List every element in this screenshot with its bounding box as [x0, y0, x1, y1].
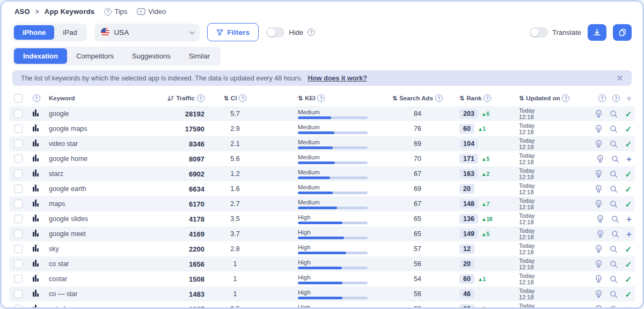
- keyword-added-check-icon[interactable]: ✓: [625, 185, 632, 193]
- search-ads-help-icon[interactable]: ?: [435, 94, 443, 102]
- row-checkbox[interactable]: [14, 305, 23, 309]
- row-checkbox[interactable]: [14, 139, 23, 148]
- keyword-label[interactable]: astrology: [49, 305, 152, 309]
- keyword-added-check-icon[interactable]: ✓: [625, 290, 632, 298]
- keyword-chart-icon[interactable]: [33, 245, 39, 252]
- keyword-label[interactable]: sky: [49, 245, 152, 253]
- keyword-chart-icon[interactable]: [33, 275, 39, 282]
- keyword-label[interactable]: google meet: [49, 230, 152, 238]
- search-icon[interactable]: [610, 125, 618, 133]
- row-checkbox[interactable]: [14, 275, 23, 283]
- download-button[interactable]: [588, 24, 606, 41]
- translate-toggle[interactable]: [530, 27, 548, 38]
- row-checkbox[interactable]: [14, 124, 23, 133]
- search-icon[interactable]: [610, 290, 618, 298]
- bulb-icon[interactable]: [595, 124, 603, 133]
- col-traffic[interactable]: Traffic?: [152, 94, 206, 102]
- tab-indexation[interactable]: Indexation: [14, 48, 67, 64]
- keyword-chart-icon[interactable]: [33, 230, 39, 237]
- row-checkbox[interactable]: [14, 260, 23, 268]
- col-updated-on[interactable]: ⇅Updated on?: [506, 94, 573, 102]
- keyword-chart-icon[interactable]: [33, 154, 39, 161]
- col-ci[interactable]: ⇅CI?: [206, 94, 265, 102]
- copy-button[interactable]: [613, 24, 632, 41]
- keyword-help-icon[interactable]: ?: [33, 94, 40, 102]
- keyword-label[interactable]: google earth: [49, 185, 152, 193]
- search-icon[interactable]: [610, 200, 618, 208]
- row-checkbox[interactable]: [14, 230, 23, 238]
- row-checkbox[interactable]: [14, 109, 23, 118]
- keyword-label[interactable]: co star: [49, 260, 152, 268]
- banner-close-icon[interactable]: ✕: [616, 74, 623, 82]
- keyword-chart-icon[interactable]: [33, 290, 39, 297]
- keyword-chart-icon[interactable]: [33, 215, 39, 222]
- keyword-added-check-icon[interactable]: ✓: [625, 275, 632, 283]
- keyword-label[interactable]: google: [49, 110, 152, 117]
- keyword-added-check-icon[interactable]: ✓: [625, 125, 632, 133]
- bulb-icon[interactable]: [595, 170, 603, 178]
- bulb-icon[interactable]: [596, 215, 604, 223]
- search-icon[interactable]: [610, 185, 618, 193]
- tab-suggestions[interactable]: Suggestions: [123, 48, 180, 64]
- bulb-icon[interactable]: [595, 260, 603, 268]
- keyword-label[interactable]: maps: [49, 200, 152, 208]
- keyword-added-check-icon[interactable]: ✓: [625, 110, 632, 118]
- bulb-icon[interactable]: [595, 109, 603, 118]
- keyword-label[interactable]: google maps: [49, 125, 152, 133]
- device-tab-ipad[interactable]: iPad: [54, 25, 85, 40]
- row-checkbox[interactable]: [14, 290, 23, 298]
- bulb-icon[interactable]: [595, 200, 603, 208]
- keyword-added-check-icon[interactable]: ✓: [625, 140, 632, 148]
- rank-help-icon[interactable]: ?: [484, 94, 491, 102]
- row-checkbox[interactable]: [14, 170, 23, 178]
- kei-help-icon[interactable]: ?: [317, 94, 325, 102]
- keyword-label[interactable]: video star: [49, 140, 152, 148]
- tab-competitors[interactable]: Competitors: [67, 48, 123, 64]
- row-checkbox[interactable]: [14, 154, 23, 163]
- keyword-label[interactable]: google home: [49, 155, 152, 163]
- bulb-icon[interactable]: [595, 185, 603, 193]
- select-all-checkbox[interactable]: [14, 94, 23, 102]
- row-checkbox[interactable]: [14, 215, 23, 223]
- keyword-chart-icon[interactable]: [33, 170, 39, 176]
- col-keyword[interactable]: Keyword: [49, 95, 152, 101]
- keyword-chart-icon[interactable]: [33, 185, 39, 192]
- filters-button[interactable]: Filters: [207, 23, 259, 41]
- keyword-chart-icon[interactable]: [33, 109, 39, 116]
- keyword-added-check-icon[interactable]: ✓: [625, 245, 632, 253]
- keyword-chart-icon[interactable]: [33, 139, 39, 146]
- bulb-icon[interactable]: [595, 245, 603, 253]
- row-checkbox[interactable]: [14, 185, 23, 193]
- help-icon-2[interactable]: ?: [612, 94, 620, 102]
- row-checkbox[interactable]: [14, 245, 23, 253]
- search-icon[interactable]: [611, 230, 619, 238]
- col-rank[interactable]: ⇅Rank?: [444, 94, 506, 102]
- bulb-icon[interactable]: [595, 305, 603, 309]
- keyword-chart-icon[interactable]: [33, 305, 39, 309]
- add-keyword-plus-icon[interactable]: +: [626, 154, 632, 164]
- bulb-icon[interactable]: [595, 139, 603, 148]
- search-icon[interactable]: [610, 305, 618, 309]
- video-link[interactable]: Video: [137, 8, 166, 16]
- search-icon[interactable]: [610, 260, 618, 268]
- hide-help-icon[interactable]: ?: [308, 28, 315, 36]
- keyword-chart-icon[interactable]: [33, 124, 39, 131]
- hide-toggle[interactable]: [266, 27, 284, 38]
- bulb-icon[interactable]: [595, 290, 603, 298]
- col-search-ads[interactable]: ⇅Search Ads?: [391, 94, 444, 102]
- add-keyword-plus-icon[interactable]: +: [626, 215, 632, 224]
- keyword-added-check-icon[interactable]: ✓: [625, 170, 632, 178]
- traffic-help-icon[interactable]: ?: [197, 94, 204, 102]
- tips-link[interactable]: ? Tips: [104, 8, 127, 16]
- add-keyword-plus-icon[interactable]: +: [626, 230, 632, 239]
- search-icon[interactable]: [610, 140, 618, 148]
- device-tab-iphone[interactable]: iPhone: [14, 25, 54, 40]
- keyword-added-check-icon[interactable]: ✓: [625, 305, 632, 309]
- bulb-icon[interactable]: [595, 275, 603, 283]
- search-icon[interactable]: [611, 155, 619, 163]
- search-icon[interactable]: [611, 215, 619, 223]
- bulb-icon[interactable]: [596, 230, 604, 238]
- add-column-icon[interactable]: +: [626, 94, 632, 103]
- keyword-added-check-icon[interactable]: ✓: [625, 200, 632, 208]
- row-checkbox[interactable]: [14, 200, 23, 208]
